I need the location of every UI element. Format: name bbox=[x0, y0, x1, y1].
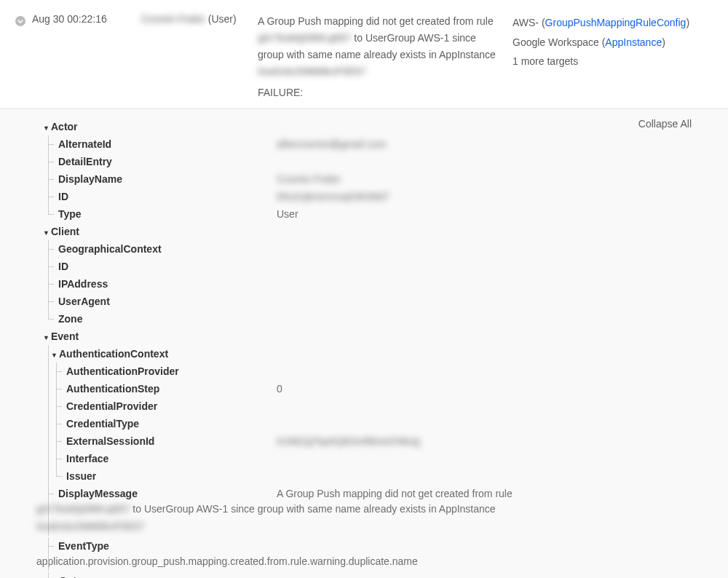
expand-chevron-icon[interactable] bbox=[15, 15, 26, 27]
caret-down-icon: ▼ bbox=[43, 329, 50, 347]
table-row: GeographicalContext bbox=[36, 240, 692, 258]
table-row: Interface bbox=[36, 450, 692, 467]
display-message-cont: g0r76ukbj096Kuj697 to UserGroup AWS-1 si… bbox=[36, 501, 692, 518]
event-type-value: application.provision.group_push.mapping… bbox=[36, 553, 692, 571]
svg-point-0 bbox=[15, 16, 25, 26]
table-row: IPAddress bbox=[36, 275, 692, 293]
table-row: ExternalSessionIdtrsNkZgTopAQ82er88owGNk… bbox=[36, 432, 692, 450]
log-message: A Group Push mapping did not get created… bbox=[258, 13, 513, 101]
caret-down-icon: ▼ bbox=[51, 347, 58, 364]
table-row: CredentialProvider bbox=[36, 397, 692, 415]
table-row: DisplayMessage A Group Push mapping did … bbox=[36, 485, 692, 502]
table-row: Issuer bbox=[36, 467, 692, 485]
display-message-cont: 0oa5nbc59868knF5E97 bbox=[36, 518, 692, 536]
table-row: ID bbox=[36, 258, 692, 275]
log-summary-row[interactable]: Aug 30 00:22:16 Cosmin Fodor (User) A Gr… bbox=[0, 0, 728, 109]
detail-tree: ▼ Actor AlternateIdaftercosmin@gmail.com… bbox=[36, 118, 692, 578]
table-row: Zone bbox=[36, 310, 692, 328]
table-row: DetailEntry bbox=[36, 153, 692, 170]
table-row: TypeUser bbox=[36, 205, 692, 223]
caret-down-icon: ▼ bbox=[43, 224, 50, 242]
log-detail-panel: Collapse All ▼ Actor AlternateIdaftercos… bbox=[0, 109, 728, 578]
table-row: AuthenticationProvider bbox=[36, 363, 692, 380]
table-row: CredentialType bbox=[36, 415, 692, 432]
log-actor: Cosmin Fodor (User) bbox=[141, 13, 258, 25]
table-row: AlternateIdaftercosmin@gmail.com bbox=[36, 135, 692, 153]
caret-down-icon: ▼ bbox=[43, 119, 50, 137]
target-link[interactable]: GroupPushMappingRuleConfig bbox=[545, 17, 687, 28]
log-time: Aug 30 00:22:16 bbox=[32, 13, 141, 25]
section-header-actor[interactable]: ▼ Actor bbox=[36, 118, 692, 135]
target-link[interactable]: AppInstance bbox=[605, 36, 662, 48]
section-header-client[interactable]: ▼ Client bbox=[36, 223, 692, 240]
caret-down-icon: ▼ bbox=[51, 574, 58, 578]
table-row: DisplayNameCosmin Fodor bbox=[36, 170, 692, 188]
table-row: EventType bbox=[36, 537, 692, 555]
table-row: ID00u2cjbnsmnuq03K99d7 bbox=[36, 188, 692, 205]
section-header-authcontext[interactable]: ▼ AuthenticationContext bbox=[36, 345, 692, 363]
section-header-outcome[interactable]: ▼ Outcome bbox=[36, 572, 692, 578]
more-targets[interactable]: 1 more targets bbox=[513, 52, 721, 71]
log-targets: AWS- (GroupPushMappingRuleConfig) Google… bbox=[513, 13, 721, 71]
table-row: AuthenticationStep0 bbox=[36, 380, 692, 397]
table-row: UserAgent bbox=[36, 293, 692, 310]
section-header-event[interactable]: ▼ Event bbox=[36, 328, 692, 345]
log-status: FAILURE: bbox=[258, 84, 498, 101]
